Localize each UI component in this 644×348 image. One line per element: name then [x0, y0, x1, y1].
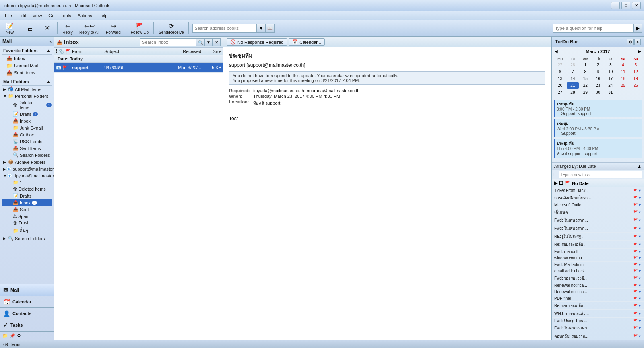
menu-help[interactable]: Help [95, 12, 111, 19]
calendar-button[interactable]: 📅 Calendar... [289, 38, 324, 46]
task-item-7[interactable]: Re: รอยรอะเอล้อ...🚩▼ [552, 241, 644, 249]
nav-mail[interactable]: ✉ Mail [0, 284, 54, 296]
archive-folders[interactable]: ▶ 📦 Archive Folders [2, 159, 52, 165]
sidebar-deleted-items[interactable]: 🗑 Deleted Items 1 [2, 99, 52, 111]
task-item-9[interactable]: window comma...🚩▼ [552, 255, 644, 262]
task-flag-19[interactable]: 🚩 [633, 326, 638, 330]
task-arrow-4[interactable]: ▼ [638, 218, 642, 222]
sidebar-item-inbox-fav[interactable]: 📥 Inbox [2, 55, 52, 62]
sidebar-folder-1[interactable]: 📁 1 [2, 179, 52, 186]
minimize-button[interactable]: — [611, 2, 620, 9]
cal-prev-button[interactable]: ◀ [553, 49, 559, 54]
task-arrow-15[interactable]: ▼ [638, 297, 642, 301]
task-arrow-2[interactable]: ▼ [638, 203, 642, 207]
task-arrow-8[interactable]: ▼ [638, 250, 642, 254]
sidebar-tipyada-deleted[interactable]: 🗑 Deleted Items [2, 186, 52, 192]
help-box[interactable]: ▶ [553, 24, 642, 33]
sidebar-inbox-personal[interactable]: 📥 Inbox [2, 117, 52, 124]
task-arrow-10[interactable]: ▼ [638, 263, 642, 267]
sidebar-tipyada-drafts[interactable]: 📝 Drafts [2, 192, 52, 199]
sidebar-outbox[interactable]: 📤 Outbox [2, 131, 52, 138]
cal-day-2-1[interactable]: 14 [567, 76, 578, 82]
sidebar-tipyada-spam[interactable]: ⚠ Spam [2, 213, 52, 220]
task-item-5[interactable]: Fwd: ในเสนอราก...🚩▼ [552, 224, 644, 233]
task-flag-0[interactable]: 🚩 [633, 189, 638, 193]
address-search-input[interactable] [192, 24, 257, 33]
sidebar-junk[interactable]: 📁 Junk E-mail [2, 124, 52, 131]
task-flag-13[interactable]: 🚩 [633, 284, 638, 288]
tasks-sort-icon[interactable]: ▲ [637, 164, 642, 169]
help-search-button[interactable]: ▶ [634, 24, 642, 33]
shortcuts-icon[interactable]: 📌 [10, 333, 15, 338]
appt-2[interactable]: ประชุมทีม Thu 4:00 PM - 4:30 PM ห้อง it … [554, 139, 642, 158]
nav-contacts[interactable]: 👤 Contacts [0, 308, 54, 319]
nav-bottom-icons[interactable]: 📁 📌 ⚙ [0, 331, 54, 340]
mail-folders-header[interactable]: Mail Folders ▲ [2, 78, 52, 86]
task-item-20[interactable]: ตอบกลับ: รอยราก...🚩▼ [552, 332, 644, 340]
cal-next-button[interactable]: ▶ [637, 49, 642, 54]
address-search-button[interactable]: ▼ [257, 24, 266, 33]
attachment-icon[interactable]: 📎 [58, 49, 64, 54]
cal-day-3-4[interactable]: 24 [605, 82, 616, 89]
favorite-folders-collapse[interactable]: ▲ [46, 48, 51, 53]
menu-go[interactable]: Go [45, 12, 58, 19]
task-flag-7[interactable]: 🚩 [633, 243, 638, 247]
task-item-11[interactable]: email addr check🚩▼ [552, 268, 644, 274]
col-header-received[interactable]: Received [169, 49, 201, 54]
personal-folders[interactable]: ▼ 📁 Personal Folders [2, 93, 52, 99]
task-flag-4[interactable]: 🚩 [633, 218, 638, 222]
task-arrow-16[interactable]: ▼ [638, 304, 642, 308]
task-item-18[interactable]: Fwd: Using Tips ...🚩▼ [552, 318, 644, 324]
task-flag-2[interactable]: 🚩 [633, 203, 638, 207]
archive-expand[interactable]: ▶ [3, 160, 8, 164]
menu-tools[interactable]: Tools [58, 12, 74, 19]
col-header-subject[interactable]: Subject [104, 49, 169, 54]
task-item-4[interactable]: Fwd: ในเสนอราก...🚩▼ [552, 216, 644, 224]
task-arrow-11[interactable]: ▼ [638, 269, 642, 273]
task-item-16[interactable]: Re: รอยรอะเอล้อ...🚩▼ [552, 302, 644, 310]
cal-day-1-5[interactable]: 11 [617, 69, 629, 75]
task-item-8[interactable]: Fwd: mandrill🚩▼ [552, 249, 644, 255]
task-item-0[interactable]: Ticket From Back...🚩▼ [552, 187, 644, 194]
sidebar-tipyada-inbox[interactable]: 📥 Inbox 2 [2, 199, 52, 206]
task-item-14[interactable]: Renewal notifica...🚩▼ [552, 289, 644, 295]
cal-day-1-0[interactable]: 6 [554, 69, 566, 75]
col-header-from[interactable]: From [72, 49, 104, 54]
task-flag-15[interactable]: 🚩 [633, 297, 638, 301]
nav-tasks[interactable]: ✓ Tasks [0, 319, 54, 331]
delete-button[interactable]: ✕ [39, 21, 55, 35]
task-flag-3[interactable]: 🚩 [633, 210, 638, 214]
task-arrow-20[interactable]: ▼ [638, 334, 642, 338]
configure-icon[interactable]: ⚙ [17, 333, 21, 338]
search-inbox-input[interactable] [140, 38, 196, 46]
task-arrow-14[interactable]: ▼ [638, 290, 642, 294]
cal-day-4-5[interactable] [617, 89, 629, 95]
task-flag-10[interactable]: 🚩 [633, 263, 638, 267]
nav-calendar[interactable]: 📅 Calendar [0, 296, 54, 308]
personal-expand[interactable]: ▼ [3, 94, 8, 98]
task-flag-9[interactable]: 🚩 [633, 256, 638, 260]
task-item-2[interactable]: Microsoft Outlo...🚩▼ [552, 202, 644, 208]
cal-day-2-0[interactable]: 13 [554, 76, 566, 82]
sort-icon[interactable]: ! [56, 49, 57, 54]
cal-day-3-2[interactable]: 22 [580, 82, 591, 89]
search-folders-root[interactable]: ▶ 🔍 Search Folders [2, 235, 52, 242]
cal-day-2-2[interactable]: 15 [580, 76, 591, 82]
cal-day-3-1[interactable]: 21 [567, 82, 578, 89]
support-account[interactable]: ▶ 📧 support@mailmaster.co [2, 165, 52, 172]
cal-day-3-3[interactable]: 23 [592, 82, 604, 89]
new-button[interactable]: 📝 New [2, 21, 18, 35]
menu-view[interactable]: View [29, 12, 45, 19]
print-button[interactable]: 🖨 [22, 21, 38, 35]
task-item-1[interactable]: การแจ้งเตือนเก็บรก...🚩▼ [552, 194, 644, 202]
cal-day-2-6[interactable]: 19 [630, 76, 642, 82]
search-close-button[interactable]: ✕ [213, 38, 221, 46]
sidebar-search-personal[interactable]: 🔍 Search Folders [2, 152, 52, 159]
sidebar-item-unread-fav[interactable]: 📁 Unread Mail [2, 62, 52, 69]
all-mail-expand[interactable]: ▶ [3, 87, 8, 91]
cal-day-0-3[interactable]: 2 [592, 62, 604, 68]
cal-day-4-2[interactable]: 29 [580, 89, 591, 95]
task-flag-6[interactable]: 🚩 [633, 235, 638, 239]
task-arrow-17[interactable]: ▼ [638, 312, 642, 316]
favorite-folders-header[interactable]: Favorite Folders ▲ [2, 47, 52, 55]
